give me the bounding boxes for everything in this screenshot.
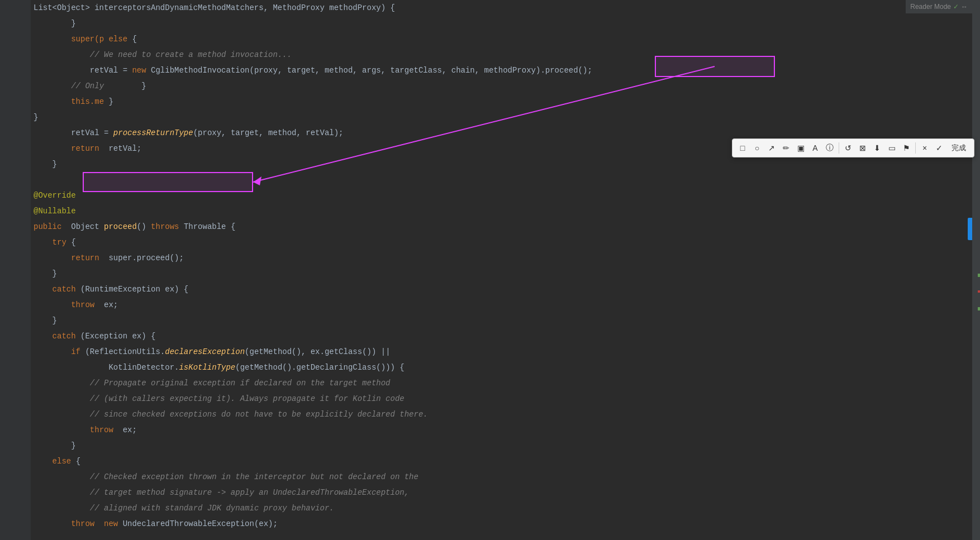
scrollbar[interactable]: [972, 0, 980, 540]
toolbar-mosaic-btn[interactable]: ▣: [795, 141, 806, 155]
code-line: if (ReflectionUtils.declaresException(ge…: [34, 344, 980, 360]
code-editor: List<Object> interceptorsAndDynamicMetho…: [0, 0, 980, 540]
code-line: }: [34, 313, 980, 328]
code-line: // target method signature -> apply an U…: [34, 485, 980, 500]
code-line: retVal = new CglibMethodInvocation(proxy…: [34, 63, 980, 78]
code-line-method-sig: public Object proceed() throws Throwable…: [34, 219, 980, 235]
reader-mode-bar: Reader Mode ✓ ↔: [906, 0, 972, 13]
code-line: else {: [34, 453, 980, 469]
code-line: // since checked exceptions do not have …: [34, 407, 980, 422]
toolbar-complete-btn[interactable]: 完成: [948, 141, 969, 155]
code-line: }: [34, 16, 980, 31]
code-line-nullable: @Nullable: [34, 203, 980, 219]
code-line: [34, 172, 980, 188]
toolbar-rect-btn[interactable]: □: [737, 141, 748, 155]
toolbar-download-btn[interactable]: ⬇: [872, 141, 883, 155]
code-line: // aligned with standard JDK dynamic pro…: [34, 500, 980, 516]
code-line: }: [34, 266, 980, 281]
toolbar-divider-2: [915, 142, 916, 154]
code-line: }: [34, 109, 980, 125]
toolbar-close-btn[interactable]: ×: [919, 141, 930, 155]
code-content: List<Object> interceptorsAndDynamicMetho…: [0, 0, 980, 532]
toolbar-bookmark-btn[interactable]: ⚑: [901, 141, 912, 155]
code-line: // Checked exception thrown in the inter…: [34, 469, 980, 485]
expand-icon: ↔: [961, 3, 968, 11]
code-line: }: [34, 438, 980, 453]
toolbar-confirm-btn[interactable]: ✓: [934, 141, 945, 155]
reader-mode-label: Reader Mode: [910, 3, 951, 11]
code-line: catch (RuntimeException ex) {: [34, 281, 980, 297]
toolbar-pen-btn[interactable]: ✏: [781, 141, 792, 155]
toolbar-info-btn[interactable]: ⓘ: [824, 141, 835, 155]
code-line-return-super: return super.proceed();: [34, 250, 980, 266]
code-line-override: @Override: [34, 188, 980, 203]
code-line: throw new UndeclaredThrowableException(e…: [34, 516, 980, 532]
toolbar-text-btn[interactable]: A: [810, 141, 821, 155]
toolbar-undo-btn[interactable]: ↺: [843, 141, 854, 155]
code-line: // We need to create a method invocation…: [34, 47, 980, 63]
toolbar-arrow-btn[interactable]: ↗: [766, 141, 777, 155]
scroll-marker-red: [978, 290, 980, 293]
code-line: // Propagate original exception if decla…: [34, 375, 980, 391]
code-line: throw ex;: [34, 422, 980, 438]
code-line: try {: [34, 235, 980, 250]
right-tab[interactable]: [968, 218, 972, 240]
scroll-marker-green-1: [978, 274, 980, 277]
toolbar-divider-1: [839, 142, 839, 154]
code-line: super(p else {: [34, 31, 980, 47]
toolbar-crop-btn[interactable]: ⊠: [857, 141, 868, 155]
toolbar-window-btn[interactable]: ▭: [886, 141, 897, 155]
code-line: // Only }: [34, 78, 980, 94]
checkmark-icon: ✓: [953, 3, 959, 11]
toolbar-circle-btn[interactable]: ○: [751, 141, 763, 155]
code-line: this.me }: [34, 94, 980, 109]
scroll-marker-green-2: [978, 307, 980, 310]
code-line: }: [34, 156, 980, 172]
annotation-toolbar[interactable]: □ ○ ↗ ✏ ▣ A ⓘ ↺ ⊠ ⬇ ▭ ⚑ × ✓ 完成: [732, 138, 974, 157]
code-line: catch (Exception ex) {: [34, 328, 980, 344]
code-line: KotlinDetector.isKotlinType(getMethod().…: [34, 360, 980, 375]
code-line: List<Object> interceptorsAndDynamicMetho…: [34, 0, 980, 16]
code-line: // (with callers expecting it). Always p…: [34, 391, 980, 407]
code-line: throw ex;: [34, 297, 980, 313]
